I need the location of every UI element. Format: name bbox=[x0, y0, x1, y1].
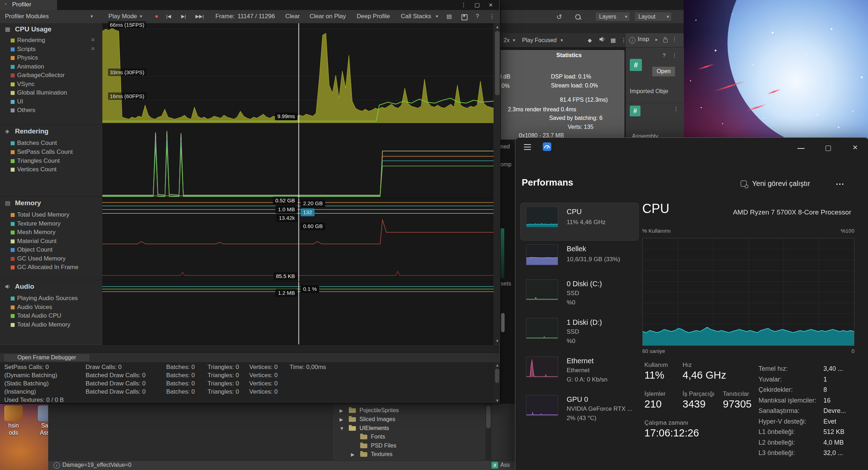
collapse-icon[interactable]: ▼ bbox=[339, 426, 344, 431]
play-mode-dropdown[interactable]: Play Mode bbox=[108, 12, 137, 21]
legend-item[interactable]: Audio Voices bbox=[17, 303, 52, 311]
scroll-up-icon[interactable]: ▲ bbox=[494, 25, 500, 29]
zoom-dropdown[interactable]: 2x bbox=[504, 35, 510, 45]
undo-history-icon[interactable]: ↺ bbox=[556, 13, 562, 21]
lock-icon[interactable] bbox=[663, 39, 668, 42]
close-icon[interactable]: × bbox=[486, 0, 496, 10]
search-icon[interactable] bbox=[575, 14, 581, 20]
audio-chart[interactable] bbox=[102, 282, 494, 344]
inspector-tab[interactable]: i Insp ▸ ⋮ bbox=[626, 33, 684, 47]
scroll-down-icon[interactable]: ▼ bbox=[494, 339, 500, 343]
kebab-menu-icon[interactable]: ⋮ bbox=[459, 0, 469, 10]
prev-frame-button[interactable]: |◀ bbox=[166, 12, 171, 21]
run-new-task-button[interactable]: Yeni görevi çalıştır bbox=[737, 178, 826, 191]
legend-item[interactable]: Others bbox=[17, 106, 35, 114]
tree-row[interactable]: ▶ PojectileSprites bbox=[333, 407, 483, 415]
open-button[interactable]: Open bbox=[652, 66, 675, 77]
legend-item[interactable]: Vertices Count bbox=[17, 166, 57, 173]
tree-row[interactable]: Fonts bbox=[333, 433, 483, 442]
kebab-menu-icon[interactable]: ⋮ bbox=[673, 106, 679, 112]
module-title[interactable]: Memory bbox=[15, 199, 41, 207]
scrollbar-thumb[interactable] bbox=[501, 313, 505, 332]
legend-item[interactable]: SetPass Calls Count bbox=[17, 148, 73, 156]
legend-item[interactable]: Mesh Memory bbox=[17, 228, 56, 236]
cpu-usage-chart[interactable] bbox=[102, 23, 494, 123]
legend-item[interactable]: Playing Audio Sources bbox=[17, 294, 78, 302]
status-message[interactable]: Damage=19_effectValue=0 bbox=[62, 462, 131, 468]
project-asset-grid[interactable] bbox=[48, 403, 332, 461]
play-focused-dropdown[interactable]: Play Focused bbox=[522, 35, 557, 45]
legend-item[interactable]: VSync bbox=[17, 80, 35, 88]
clear-on-play-button[interactable]: Clear on Play bbox=[310, 12, 346, 21]
legend-item[interactable]: Batches Count bbox=[17, 139, 57, 147]
expand-icon[interactable]: ▶ bbox=[339, 417, 343, 422]
scroll-down-icon[interactable]: ▼ bbox=[494, 398, 500, 403]
minimize-button[interactable] bbox=[792, 142, 810, 154]
drag-handle-icon[interactable]: ≡ bbox=[91, 45, 95, 51]
panel-icon[interactable]: ▤ bbox=[446, 12, 452, 21]
save-icon[interactable] bbox=[461, 14, 468, 20]
tab-profiler[interactable]: ◔ Profiler bbox=[0, 0, 57, 10]
scrollbar[interactable] bbox=[485, 403, 491, 460]
legend-item[interactable]: UI bbox=[17, 98, 23, 106]
memory-chart[interactable] bbox=[102, 198, 494, 281]
module-title[interactable]: Rendering bbox=[15, 127, 48, 136]
legend-item[interactable]: Rendering bbox=[17, 36, 45, 44]
legend-item[interactable]: Physics bbox=[17, 54, 38, 62]
scrollbar[interactable]: ▲ ▼ bbox=[494, 362, 500, 403]
clear-button[interactable]: Clear bbox=[285, 12, 300, 21]
module-title[interactable]: Audio bbox=[15, 282, 34, 291]
scrollbar-thumb[interactable] bbox=[495, 31, 500, 95]
tree-row[interactable]: PSD Files bbox=[333, 442, 483, 451]
legend-item[interactable]: Scripts bbox=[17, 45, 36, 53]
desktop-icon-label[interactable]: hsin bbox=[3, 423, 24, 429]
tree-row[interactable]: ▶ Sliced Images bbox=[333, 416, 483, 424]
legend-item[interactable]: GC Allocated In Frame bbox=[17, 263, 78, 271]
layout-dropdown[interactable]: Layout ▾ bbox=[634, 12, 672, 21]
close-button[interactable]: × bbox=[846, 141, 864, 154]
legend-item[interactable]: Object Count bbox=[17, 246, 52, 254]
speaker-icon[interactable] bbox=[599, 36, 606, 44]
layers-dropdown[interactable]: Layers ▾ bbox=[595, 12, 630, 21]
legend-item[interactable]: Total Used Memory bbox=[17, 211, 69, 219]
legend-item[interactable]: Total Audio CPU bbox=[17, 312, 61, 320]
more-options-icon[interactable] bbox=[836, 183, 838, 185]
scrollbar-thumb[interactable] bbox=[486, 405, 491, 428]
gizmos-grid-icon[interactable]: ▦ bbox=[611, 35, 616, 45]
kebab-menu-icon[interactable]: ⋮ bbox=[672, 52, 677, 59]
legend-item[interactable]: Animation bbox=[17, 63, 44, 71]
legend-item[interactable]: Triangles Count bbox=[17, 157, 60, 165]
deep-profile-button[interactable]: Deep Profile bbox=[357, 12, 390, 21]
expand-icon[interactable]: ▶ bbox=[339, 408, 343, 413]
kebab-menu-icon[interactable]: ⋮ bbox=[489, 12, 495, 21]
scrollbar[interactable]: ▲ ▼ bbox=[494, 23, 500, 344]
legend-item[interactable]: Material Count bbox=[17, 237, 57, 245]
next-frame-button[interactable]: ▶| bbox=[181, 12, 186, 21]
help-icon[interactable]: ? bbox=[476, 12, 479, 21]
module-title[interactable]: CPU Usage bbox=[15, 25, 51, 34]
desktop-icon[interactable] bbox=[4, 405, 23, 421]
record-button[interactable]: ● bbox=[151, 12, 162, 21]
rendering-chart[interactable] bbox=[102, 123, 494, 198]
tree-row[interactable]: ▶ Textures bbox=[333, 451, 483, 459]
legend-item[interactable]: GarbageCollector bbox=[17, 71, 65, 79]
scroll-up-icon[interactable]: ▲ bbox=[494, 363, 500, 367]
legend-item[interactable]: Global Illumination bbox=[17, 89, 67, 97]
legend-item[interactable]: Texture Memory bbox=[17, 220, 61, 228]
expand-icon[interactable]: ▶ bbox=[351, 452, 354, 457]
profiler-modules-dropdown[interactable]: Profiler Modules bbox=[5, 12, 49, 21]
kebab-menu-icon[interactable]: ⋮ bbox=[672, 36, 677, 42]
maximize-button[interactable] bbox=[819, 142, 837, 154]
legend-item[interactable]: GC Used Memory bbox=[17, 255, 66, 263]
legend-item[interactable]: Total Audio Memory bbox=[17, 321, 70, 329]
stats-toggle-icon[interactable]: ◆ bbox=[588, 35, 592, 45]
current-frame-button[interactable]: ▶▶| bbox=[195, 12, 204, 21]
call-stacks-dropdown[interactable]: Call Stacks bbox=[401, 12, 431, 21]
open-frame-debugger-button[interactable]: Open Frame Debugger bbox=[4, 354, 90, 362]
maximize-icon[interactable]: ▢ bbox=[472, 0, 482, 10]
tree-row[interactable]: ▼ UIElements bbox=[333, 425, 483, 433]
drag-handle-icon[interactable]: ≡ bbox=[91, 36, 95, 42]
desktop-icon-label[interactable]: ods bbox=[3, 430, 24, 436]
help-icon[interactable]: ? bbox=[663, 52, 665, 58]
hamburger-menu-icon[interactable] bbox=[524, 144, 531, 150]
